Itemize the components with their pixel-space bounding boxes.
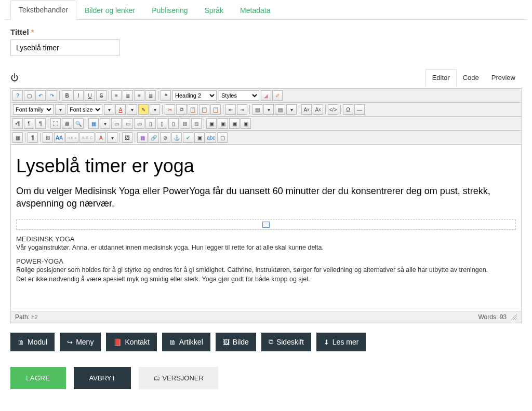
pilcrow1-icon[interactable]: ¶ [24,118,34,129]
sub-icon[interactable]: Ax [301,104,312,115]
newdoc-icon[interactable]: ▢ [24,90,34,101]
outdent-icon[interactable]: ⇤ [225,104,236,115]
tab-sprak[interactable]: Språk [196,1,232,20]
paste-text-icon[interactable]: 📋 [199,104,209,115]
blockquote-icon[interactable]: ❝ [161,90,171,101]
indent-icon[interactable]: ⇥ [237,104,247,115]
show-blocks-icon[interactable]: ⊞ [43,132,53,143]
section-title-0[interactable]: MEDISINSK YOGA [16,235,516,243]
insert-image-button[interactable]: 🖼Bilde [216,333,256,351]
insert-menu-button[interactable]: ↪Meny [60,333,101,351]
ol-dd-icon[interactable]: ▾ [286,104,297,115]
hilite-dd-icon[interactable]: ▾ [150,104,160,115]
help-icon[interactable]: ? [12,90,23,101]
versions-button[interactable]: 🗂VERSJONER [139,367,218,389]
row-after-icon[interactable]: ▭ [123,118,133,129]
italic-icon[interactable]: I [73,90,84,101]
ul-icon[interactable]: ▤ [252,104,262,115]
resize-handle-icon[interactable] [511,314,517,320]
paste-icon[interactable]: 📋 [188,104,198,115]
insert-readmore-button[interactable]: ⬇Les mer [316,333,366,351]
hr-icon[interactable]: — [354,104,365,115]
col-after-icon[interactable]: ▯ [157,118,167,129]
section-body-0[interactable]: Vår yogainstruktør, Anna, er utdannet in… [16,243,516,253]
mode-code[interactable]: Code [457,70,485,86]
cut-icon[interactable]: ✂ [165,104,175,115]
row-before-icon[interactable]: ▭ [111,118,122,129]
omega-icon[interactable]: Ω [343,104,353,115]
clearformat-icon[interactable]: ✐ [272,90,283,101]
forecolor-icon[interactable]: A [115,104,126,115]
align-left-icon[interactable]: ≡ [111,90,122,101]
section-body-1[interactable]: Rolige posisjoner som holdes for å gi st… [16,266,516,284]
layer4-icon[interactable]: ▣ [241,118,251,129]
layer2-icon[interactable]: ▣ [218,118,228,129]
pilcrow3-icon[interactable]: ¶ [28,132,38,143]
paste-word-icon[interactable]: 📋 [210,104,221,115]
layer-icon[interactable]: ▣ [206,118,217,129]
template-icon[interactable]: ▢ [217,132,228,143]
insert-article-button[interactable]: 🗎Artikkel [162,333,210,351]
abbr-icon[interactable]: A.B.C [79,132,95,143]
col-before-icon[interactable]: ▯ [145,118,156,129]
link-icon[interactable]: 🔗 [149,132,159,143]
fontsize-dd-icon[interactable]: ▾ [104,104,114,115]
tab-publisering[interactable]: Publisering [143,1,196,20]
textcase-icon[interactable]: A [96,132,106,143]
table-insert-icon[interactable]: ▦ [88,118,99,129]
pilcrow2-icon[interactable]: ¶ [35,118,46,129]
strike-icon[interactable]: S [96,90,107,101]
case-dd-icon[interactable]: ▾ [107,132,117,143]
layer3-icon[interactable]: ▣ [229,118,240,129]
underline-icon[interactable]: U [85,90,95,101]
align-right-icon[interactable]: ≡ [134,90,144,101]
anchor-icon[interactable]: ⚓ [171,132,182,143]
insert-pagebreak-button[interactable]: ⧉Sideskift [261,333,311,351]
align-justify-icon[interactable]: ≣ [145,90,156,101]
sup-icon[interactable]: Ax [313,104,323,115]
fullscreen-icon[interactable]: ⛶ [50,118,61,129]
fontsize-select[interactable]: Font size [67,104,102,115]
undo-icon[interactable]: ↶ [35,90,46,101]
ul-dd-icon[interactable]: ▾ [263,104,274,115]
save-button[interactable]: LAGRE [10,367,66,389]
col-delete-icon[interactable]: ▯ [168,118,179,129]
media1-icon[interactable]: ▦ [137,132,148,143]
spellcheck-icon[interactable]: abc [206,132,216,143]
align-center-icon[interactable]: ≣ [123,90,133,101]
fontfamily-dd-icon[interactable]: ▾ [55,104,65,115]
title-input[interactable] [10,39,119,56]
print-icon[interactable]: 🖶 [62,118,72,129]
insert-contact-button[interactable]: 📕Kontakt [106,333,156,351]
fontfamily-select[interactable]: Font family [13,104,54,115]
mode-preview[interactable]: Preview [485,70,522,86]
image-icon[interactable]: 🖼 [122,132,132,143]
ol-icon[interactable]: ▤ [275,104,285,115]
hilite-icon[interactable]: ✎ [138,104,149,115]
cancel-button[interactable]: AVBRYT [74,367,131,389]
split-icon[interactable]: ⊟ [191,118,202,129]
styles-select[interactable]: Styles [219,90,259,101]
tab-bilder[interactable]: Bilder og lenker [76,1,143,20]
unlink-icon[interactable]: ⊘ [160,132,170,143]
nbsp-icon[interactable]: n.b.s [65,132,78,143]
content-lead[interactable]: Om du velger Medisinsk Yoga eller PowerY… [16,185,516,210]
table-dd-icon[interactable]: ▾ [100,118,110,129]
content-heading[interactable]: Lyseblå timer er yoga [16,155,516,177]
power-icon[interactable]: ⏻ [10,73,19,83]
insert-module-button[interactable]: 🗎Modul [10,333,55,351]
format-select[interactable]: Heading 2 [172,90,217,101]
table-icon[interactable]: ▦ [12,132,23,143]
check-icon[interactable]: ✔ [183,132,193,143]
editor-content[interactable]: Lyseblå timer er yoga Om du velger Medis… [11,145,521,311]
merge-icon[interactable]: ⊞ [180,118,190,129]
styles-tool-icon[interactable]: AA [54,132,64,143]
source-icon[interactable]: </> [328,104,338,115]
eraser-icon[interactable]: ◢ [261,90,271,101]
search-icon[interactable]: 🔍 [73,118,84,129]
tab-tekstbehandler[interactable]: Tekstbehandler [10,0,76,20]
row-delete-icon[interactable]: ▭ [134,118,144,129]
forecolor-dd-icon[interactable]: ▾ [127,104,137,115]
media2-icon[interactable]: ▣ [194,132,205,143]
copy-icon[interactable]: ⧉ [176,104,187,115]
